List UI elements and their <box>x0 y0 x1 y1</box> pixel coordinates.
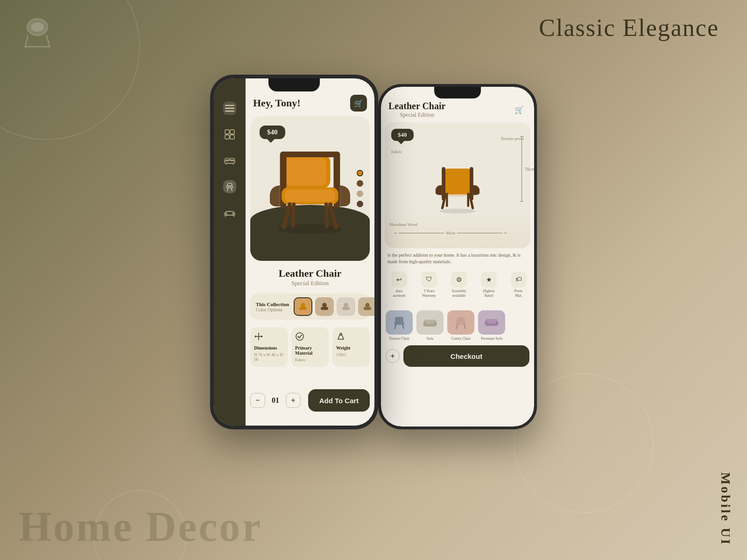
svg-line-2 <box>25 35 28 47</box>
phone-1: Hey, Tony! 🛒 $40 <box>210 75 378 429</box>
svg-line-52 <box>233 215 234 217</box>
phone-1-screen: Hey, Tony! 🛒 $40 <box>214 78 374 426</box>
phone-2: Leather Chair Special Edition 🛒 $40 Fabr… <box>378 84 537 429</box>
svg-line-51 <box>226 215 226 217</box>
svg-rect-66 <box>299 307 307 310</box>
related-premium-sofa[interactable]: Premium Sofa <box>478 310 505 341</box>
product-name-area: Leather Chair Special Edition <box>246 261 374 290</box>
color-dot-brown[interactable] <box>357 180 363 187</box>
sidebar-icon-window[interactable] <box>223 128 236 141</box>
svg-point-53 <box>277 224 342 234</box>
svg-rect-33 <box>225 108 234 109</box>
premium-sofa-thumb <box>478 310 505 335</box>
increase-qty-button[interactable]: + <box>286 393 301 408</box>
phone-2-notch <box>434 87 481 98</box>
sidebar-icon-bed[interactable] <box>223 154 236 167</box>
color-dot-tan[interactable] <box>357 190 363 197</box>
collection-row: This Collection Color Options <box>250 294 370 320</box>
thumb-warm-brown[interactable] <box>358 297 374 316</box>
add-to-cart-button[interactable]: Add To Cart <box>308 389 370 412</box>
height-dimension: 76cm <box>521 136 522 202</box>
sidebar-icon-menu[interactable] <box>223 102 236 115</box>
thumb-orange[interactable] <box>294 297 312 316</box>
checkout-button[interactable]: Checkout <box>403 345 529 367</box>
svg-line-64 <box>326 204 327 226</box>
svg-rect-31 <box>486 324 497 326</box>
p2-product-subtitle: Special Edition <box>388 112 445 119</box>
svg-point-79 <box>296 333 303 340</box>
width-measurement: 46cm <box>394 231 507 235</box>
svg-rect-60 <box>285 190 335 202</box>
weight-title: Weight <box>336 345 366 350</box>
svg-rect-58 <box>280 152 340 157</box>
related-sofa[interactable]: Sofa <box>416 310 444 341</box>
phone-1-notch <box>268 78 320 91</box>
svg-line-46 <box>227 188 228 191</box>
svg-rect-8 <box>443 168 472 187</box>
p2-add-button[interactable]: + <box>386 349 400 363</box>
color-options <box>357 170 363 207</box>
replacement-icon: ↩ <box>391 272 407 287</box>
color-dot-orange[interactable] <box>357 170 363 176</box>
svg-rect-68 <box>321 307 328 310</box>
thumb-dark-brown[interactable] <box>315 297 334 316</box>
related-comfy-chair[interactable]: Comfy Chair <box>447 310 474 341</box>
svg-rect-72 <box>364 307 371 310</box>
material-value: Fabric <box>295 357 325 362</box>
height-label: 76cm <box>525 167 534 172</box>
home-decor-label: Home Decor <box>19 503 262 551</box>
product-display: $40 <box>250 116 370 261</box>
premium-sofa-name: Premium Sofa <box>481 336 502 341</box>
sofa-name: Sofa <box>427 336 434 341</box>
weight-value: 15KG <box>336 352 366 357</box>
p2-chair-image <box>427 155 488 216</box>
product-title: Leather Chair <box>253 267 367 280</box>
comfy-chair-thumb <box>447 310 474 335</box>
logo-area <box>19 14 56 53</box>
sidebar-icon-sofa[interactable] <box>223 206 236 219</box>
related-terrace-chair[interactable]: Terrace Chair <box>386 310 413 341</box>
feature-material: 🏷 Prem.Mat. <box>505 272 532 298</box>
p2-related-items: Terrace Chair Sofa Comfy Chair <box>386 310 529 341</box>
svg-rect-40 <box>225 158 229 161</box>
svg-point-15 <box>439 209 476 213</box>
warranty-icon: 🛡 <box>421 272 437 287</box>
svg-line-63 <box>293 204 294 226</box>
dimensions-card: Dimensions H 76 x W 46 x D 56 <box>250 327 288 367</box>
svg-rect-41 <box>230 158 234 161</box>
p2-related-section: : Terrace Chair Sofa <box>381 301 534 343</box>
phones-container: Leather Chair Special Edition 🛒 $40 Fabr… <box>201 47 546 490</box>
assembly-label: Assemblyavailable <box>451 289 466 298</box>
rated-icon: ★ <box>481 272 497 287</box>
svg-rect-32 <box>225 105 234 106</box>
svg-line-18 <box>395 325 395 329</box>
material-icon: 🏷 <box>511 272 527 287</box>
sidebar-icon-chair[interactable] <box>223 180 236 193</box>
main-content: Hey, Tony! 🛒 $40 <box>246 78 374 426</box>
color-dot-dark[interactable] <box>357 201 363 207</box>
cart-button[interactable]: 🛒 <box>350 95 367 112</box>
svg-rect-25 <box>456 322 466 325</box>
svg-rect-70 <box>342 307 350 310</box>
svg-line-47 <box>231 188 232 191</box>
p2-related-label: : <box>386 302 529 308</box>
material-icon-card <box>295 332 325 343</box>
svg-rect-36 <box>230 130 234 134</box>
p2-header-left: Leather Chair Special Edition <box>388 101 445 119</box>
thumb-grey[interactable] <box>337 297 355 316</box>
svg-rect-35 <box>225 130 229 134</box>
svg-line-3 <box>47 35 49 47</box>
price-badge: $40 <box>260 126 285 139</box>
svg-rect-23 <box>424 324 436 327</box>
sidebar <box>214 78 246 426</box>
decrease-qty-button[interactable]: − <box>250 393 265 408</box>
app-title: Classic Elegance <box>539 14 719 42</box>
p2-cart-button[interactable]: 🛒 <box>512 102 527 117</box>
warranty-label: 3 YearsWarrenty <box>422 289 436 298</box>
p2-product-title: Leather Chair <box>388 101 445 112</box>
p2-price-badge: $40 <box>391 129 414 141</box>
collection-label: This Collection Color Options <box>256 301 289 312</box>
svg-point-67 <box>322 303 327 308</box>
svg-rect-37 <box>225 135 229 139</box>
info-cards: Dimensions H 76 x W 46 x D 56 Primary Ma… <box>250 327 370 367</box>
